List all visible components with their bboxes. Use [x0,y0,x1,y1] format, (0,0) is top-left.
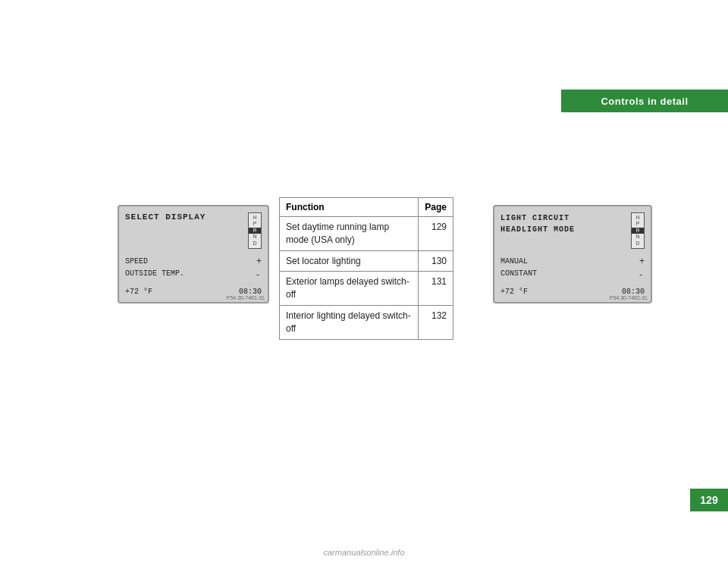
page-number: 129 [700,494,717,506]
page-cell: 129 [419,217,453,251]
left-gear-d: D [253,241,256,247]
left-part-number: P54.30-7461-31 [227,295,265,300]
watermark: carmanualsonline.info [323,548,404,557]
right-plus-minus: + - [639,256,645,280]
left-plus-minus: + - [256,256,262,280]
right-gear-n: N [635,234,639,240]
left-line1: SPEED [125,256,184,268]
right-gear-h: H [635,215,639,221]
page-cell: 130 [419,250,453,272]
function-cell: Exterior lamps delayed switch-off [280,272,419,306]
right-line2: CONSTANT [500,268,537,280]
watermark-text: carmanualsonline.info [323,548,404,557]
table-row: Exterior lamps delayed switch-off131 [280,272,453,306]
right-gear-p: P [636,221,640,227]
right-part-number: P54.30-7462-31 [610,295,648,300]
right-gear-indicator: H P R N D [631,212,645,249]
left-temp: +72 °F [125,288,152,296]
left-panel-top-row: SELECT DISPLAY H P R N D [125,212,262,249]
right-gear-d: D [635,241,639,247]
left-gear-indicator: H P R N D [248,212,262,249]
left-gear-p: P [253,221,257,227]
col1-header: Function [280,198,419,217]
left-minus: - [256,269,262,280]
right-line1: MANUAL [500,256,537,268]
header-banner-text: Controls in detail [601,96,688,107]
page-cell: 131 [419,272,453,306]
page-number-badge: 129 [690,489,728,511]
right-display-panel: LIGHT CIRCUIT HEADLIGHT MODE H P R N D M… [493,205,652,304]
right-temp: +72 °F [500,288,528,296]
right-panel-info: MANUAL CONSTANT [500,256,537,280]
left-panel-info: SPEED OUTSIDE TEMP. [125,256,184,280]
left-panel-title: SELECT DISPLAY [125,212,206,222]
left-panel-middle: SPEED OUTSIDE TEMP. + - [125,256,262,280]
left-gear-h: H [253,215,256,221]
right-panel-top: LIGHT CIRCUIT HEADLIGHT MODE H P R N D [500,212,645,249]
right-panel-middle: MANUAL CONSTANT + - [500,256,645,280]
function-cell: Set daytime running lamp mode (USA only) [280,217,419,251]
right-panel-title: LIGHT CIRCUIT HEADLIGHT MODE [500,212,575,235]
table-row: Interior lighting delayed switch-off132 [280,305,453,339]
table-row: Set daytime running lamp mode (USA only)… [280,217,453,251]
right-title-line2: HEADLIGHT MODE [500,224,575,235]
left-gear-r: R [249,228,261,234]
function-cell: Interior lighting delayed switch-off [280,305,419,339]
right-gear-r: R [632,228,644,234]
table-row: Set locator lighting130 [280,250,453,272]
function-table: Function Page Set daytime running lamp m… [279,197,453,340]
right-plus: + [639,256,645,266]
header-banner: Controls in detail [561,90,728,112]
left-line2: OUTSIDE TEMP. [125,268,184,280]
col2-header: Page [419,198,453,217]
right-minus: - [639,269,645,280]
left-gear-n: N [253,234,256,240]
page-cell: 132 [419,305,453,339]
right-title-line1: LIGHT CIRCUIT [500,212,575,224]
function-cell: Set locator lighting [280,250,419,272]
left-plus: + [256,256,262,266]
left-display-panel: SELECT DISPLAY H P R N D SPEED OUTSIDE T… [118,205,269,304]
